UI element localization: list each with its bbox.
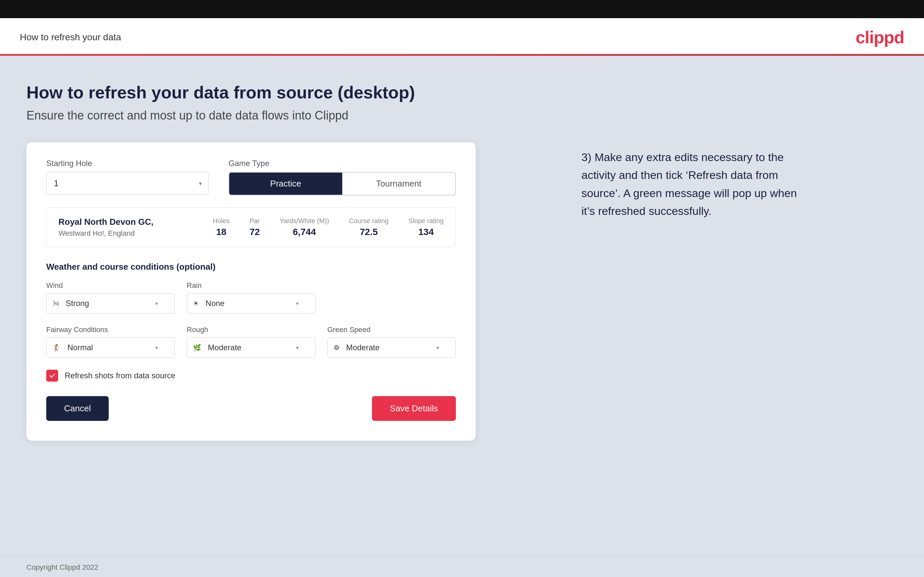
top-bar bbox=[0, 0, 924, 18]
course-info: Royal North Devon GC, Westward Ho!, Engl… bbox=[58, 217, 153, 238]
fairway-icon: 🏌 bbox=[53, 343, 61, 351]
rain-value: None bbox=[205, 299, 224, 308]
instruction-text: 3) Make any extra edits necessary to the… bbox=[582, 148, 813, 220]
yards-value: 6,744 bbox=[293, 227, 316, 237]
stat-slope-rating: Slope rating 134 bbox=[408, 217, 444, 237]
spacer bbox=[327, 281, 456, 314]
fairway-label: Fairway Conditions bbox=[46, 326, 175, 334]
page-title: How to refresh your data from source (de… bbox=[26, 82, 555, 103]
starting-hole-select[interactable]: 1 ▾ bbox=[46, 172, 209, 195]
rough-chevron-icon: ▾ bbox=[296, 345, 299, 351]
refresh-checkbox[interactable] bbox=[46, 370, 58, 382]
yards-label: Yards/White (M)) bbox=[280, 217, 330, 225]
tournament-button[interactable]: Tournament bbox=[342, 172, 455, 195]
header: How to refresh your data clippd bbox=[0, 18, 924, 54]
rough-icon: 🌿 bbox=[193, 343, 201, 351]
green-speed-select[interactable]: ⚙ Moderate ▾ bbox=[327, 337, 456, 358]
stat-par: Par 72 bbox=[249, 217, 260, 237]
green-speed-chevron-icon: ▾ bbox=[436, 345, 439, 351]
fairway-value: Normal bbox=[68, 343, 93, 352]
course-rating-label: Course rating bbox=[349, 217, 388, 225]
form-row-top: Starting Hole 1 ▾ Game Type Practice Tou… bbox=[46, 159, 456, 195]
rough-label: Rough bbox=[187, 326, 315, 334]
green-speed-value: Moderate bbox=[346, 343, 380, 352]
checkmark-icon bbox=[48, 372, 56, 379]
fairway-chevron-icon: ▾ bbox=[155, 345, 158, 351]
holes-value: 18 bbox=[216, 227, 226, 237]
rain-group: Rain ☀ None ▾ bbox=[187, 281, 315, 314]
header-title: How to refresh your data bbox=[20, 32, 121, 43]
left-panel: How to refresh your data from source (de… bbox=[26, 82, 555, 537]
wind-chevron-icon: ▾ bbox=[155, 300, 158, 307]
starting-hole-value: 1 bbox=[54, 178, 58, 188]
course-rating-value: 72.5 bbox=[360, 227, 378, 237]
slope-rating-label: Slope rating bbox=[408, 217, 444, 225]
par-label: Par bbox=[249, 217, 260, 225]
wind-value: Strong bbox=[66, 299, 89, 308]
wind-icon: 🌬 bbox=[53, 300, 59, 307]
stat-holes: Holes 18 bbox=[213, 217, 229, 237]
copyright-text: Copyright Clippd 2022 bbox=[26, 563, 99, 571]
course-row: Royal North Devon GC, Westward Ho!, Engl… bbox=[46, 207, 456, 247]
game-type-group: Game Type Practice Tournament bbox=[229, 159, 456, 195]
refresh-checkbox-row[interactable]: Refresh shots from data source bbox=[46, 370, 456, 382]
green-speed-group: Green Speed ⚙ Moderate ▾ bbox=[327, 326, 456, 358]
starting-hole-label: Starting Hole bbox=[46, 159, 209, 168]
rough-value: Moderate bbox=[208, 343, 241, 352]
game-type-label: Game Type bbox=[229, 159, 456, 168]
wind-group: Wind 🌬 Strong ▾ bbox=[46, 281, 175, 314]
rain-chevron-icon: ▾ bbox=[296, 300, 299, 307]
holes-label: Holes bbox=[213, 217, 229, 225]
practice-button[interactable]: Practice bbox=[229, 172, 342, 195]
form-card: Starting Hole 1 ▾ Game Type Practice Tou… bbox=[26, 142, 476, 441]
starting-hole-group: Starting Hole 1 ▾ bbox=[46, 159, 209, 195]
chevron-icon: ▾ bbox=[199, 180, 202, 187]
course-location: Westward Ho!, England bbox=[58, 229, 153, 238]
rough-group: Rough 🌿 Moderate ▾ bbox=[187, 326, 315, 358]
course-stats: Holes 18 Par 72 Yards/White (M)) 6,744 C… bbox=[213, 217, 444, 237]
rain-label: Rain bbox=[187, 281, 315, 290]
weather-section-title: Weather and course conditions (optional) bbox=[46, 262, 456, 272]
logo: clippd bbox=[856, 27, 904, 47]
rough-select[interactable]: 🌿 Moderate ▾ bbox=[187, 337, 315, 358]
wind-select[interactable]: 🌬 Strong ▾ bbox=[46, 293, 175, 314]
right-panel: 3) Make any extra edits necessary to the… bbox=[582, 82, 813, 537]
fairway-group: Fairway Conditions 🏌 Normal ▾ bbox=[46, 326, 175, 358]
rain-select[interactable]: ☀ None ▾ bbox=[187, 293, 315, 314]
course-name: Royal North Devon GC, bbox=[58, 217, 153, 227]
refresh-checkbox-label: Refresh shots from data source bbox=[65, 371, 175, 380]
conditions-row-1: Wind 🌬 Strong ▾ Rain ☀ None bbox=[46, 281, 456, 314]
button-row: Cancel Save Details bbox=[46, 396, 456, 421]
stat-course-rating: Course rating 72.5 bbox=[349, 217, 388, 237]
stat-yards: Yards/White (M)) 6,744 bbox=[280, 217, 330, 237]
cancel-button[interactable]: Cancel bbox=[46, 396, 109, 421]
wind-label: Wind bbox=[46, 281, 175, 290]
main-content: How to refresh your data from source (de… bbox=[0, 56, 924, 556]
conditions-row-2: Fairway Conditions 🏌 Normal ▾ Rough 🌿 bbox=[46, 326, 456, 358]
slope-rating-value: 134 bbox=[418, 227, 434, 237]
fairway-select[interactable]: 🏌 Normal ▾ bbox=[46, 337, 175, 358]
page-subtitle: Ensure the correct and most up to date d… bbox=[26, 109, 555, 122]
par-value: 72 bbox=[249, 227, 260, 237]
green-speed-label: Green Speed bbox=[327, 326, 456, 334]
footer: Copyright Clippd 2022 bbox=[0, 556, 924, 577]
rain-icon: ☀ bbox=[193, 300, 199, 307]
green-speed-icon: ⚙ bbox=[334, 343, 339, 351]
save-details-button[interactable]: Save Details bbox=[372, 396, 456, 421]
game-type-toggle: Practice Tournament bbox=[229, 172, 456, 195]
